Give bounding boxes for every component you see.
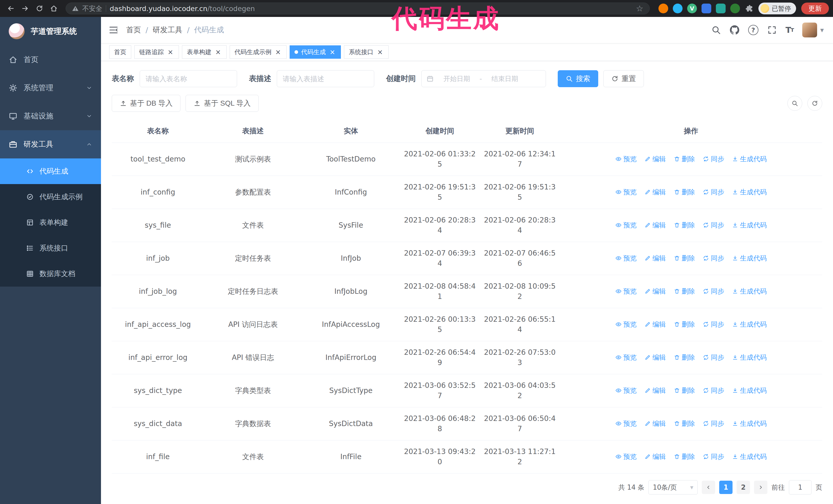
date-range-picker[interactable]: - (421, 70, 546, 87)
close-icon[interactable]: × (329, 48, 336, 56)
edit-link[interactable]: 编辑 (645, 253, 666, 263)
sync-link[interactable]: 同步 (703, 187, 724, 197)
start-date-input[interactable] (436, 75, 477, 82)
sidebar-toggle-icon[interactable] (101, 17, 126, 43)
preview-link[interactable]: 预览 (615, 352, 637, 362)
grid-extension-icon[interactable] (701, 4, 711, 13)
import-db-button[interactable]: 基于 DB 导入 (112, 95, 181, 112)
prev-page-button[interactable] (702, 481, 715, 494)
preview-link[interactable]: 预览 (615, 187, 637, 197)
close-icon[interactable]: × (275, 48, 282, 56)
refresh-table-icon[interactable] (807, 96, 822, 111)
drop-extension-icon[interactable] (673, 4, 683, 13)
sidebar-item-codegen-example[interactable]: 代码生成示例 (0, 184, 101, 210)
preview-link[interactable]: 预览 (615, 418, 637, 429)
help-icon[interactable]: ? (748, 25, 758, 35)
close-icon[interactable]: × (215, 48, 222, 56)
goto-page-input[interactable] (789, 480, 811, 495)
generate-code-link[interactable]: 生成代码 (732, 418, 767, 429)
sidebar-item-system-api[interactable]: 系统接口 (0, 235, 101, 261)
sidebar-item-codegen[interactable]: 代码生成 (0, 159, 101, 184)
edit-link[interactable]: 编辑 (645, 319, 666, 330)
search-button[interactable]: 搜索 (558, 70, 598, 87)
sync-link[interactable]: 同步 (703, 286, 724, 296)
delete-link[interactable]: 删除 (674, 452, 695, 462)
delete-link[interactable]: 删除 (674, 385, 695, 395)
delete-link[interactable]: 删除 (674, 418, 695, 429)
generate-code-link[interactable]: 生成代码 (732, 452, 767, 462)
breadcrumb-home[interactable]: 首页 (126, 25, 141, 35)
toggle-search-icon[interactable] (787, 96, 802, 111)
url-bar[interactable]: 不安全 dashboard.yudao.iocoder.cn/tool/code… (66, 3, 650, 14)
delete-link[interactable]: 删除 (674, 220, 695, 230)
puzzle-extensions-icon[interactable] (744, 4, 754, 13)
edit-link[interactable]: 编辑 (645, 418, 666, 429)
generate-code-link[interactable]: 生成代码 (732, 154, 767, 164)
delete-link[interactable]: 删除 (674, 154, 695, 164)
page-button-1[interactable]: 1 (719, 481, 733, 494)
leaf-extension-icon[interactable] (730, 4, 740, 13)
preview-link[interactable]: 预览 (615, 286, 637, 296)
tab-system-api[interactable]: 系统接口 × (344, 45, 388, 59)
sync-link[interactable]: 同步 (703, 220, 724, 230)
preview-link[interactable]: 预览 (615, 319, 637, 330)
page-size-select[interactable]: 10条/页 ▼ (648, 480, 698, 495)
generate-code-link[interactable]: 生成代码 (732, 187, 767, 197)
close-icon[interactable]: × (377, 48, 384, 56)
generate-code-link[interactable]: 生成代码 (732, 220, 767, 230)
delete-link[interactable]: 删除 (674, 286, 695, 296)
preview-link[interactable]: 预览 (615, 154, 637, 164)
font-size-icon[interactable]: TT (786, 25, 793, 35)
tab-tracing[interactable]: 链路追踪 × (134, 45, 179, 59)
vue-devtools-extension-icon[interactable]: V (687, 4, 697, 13)
sidebar-item-devtools[interactable]: 研发工具 (0, 130, 101, 159)
search-icon[interactable] (711, 25, 721, 35)
back-icon[interactable] (4, 2, 18, 15)
sidebar-item-form-builder[interactable]: 表单构建 (0, 210, 101, 235)
edit-link[interactable]: 编辑 (645, 385, 666, 395)
tab-codegen-example[interactable]: 代码生成示例 × (230, 45, 287, 59)
sync-link[interactable]: 同步 (703, 452, 724, 462)
delete-link[interactable]: 删除 (674, 319, 695, 330)
edit-link[interactable]: 编辑 (645, 154, 666, 164)
edit-link[interactable]: 编辑 (645, 187, 666, 197)
preview-link[interactable]: 预览 (615, 385, 637, 395)
generate-code-link[interactable]: 生成代码 (732, 385, 767, 395)
tab-form-builder[interactable]: 表单构建 × (182, 45, 227, 59)
table-desc-input[interactable] (277, 70, 374, 87)
forward-icon[interactable] (19, 2, 32, 15)
sidebar-item-system[interactable]: 系统管理 (0, 74, 101, 102)
sync-link[interactable]: 同步 (703, 319, 724, 330)
user-menu[interactable]: ▼ (802, 23, 824, 38)
edit-link[interactable]: 编辑 (645, 286, 666, 296)
breadcrumb-devtools[interactable]: 研发工具 (153, 25, 183, 35)
sidebar-item-infra[interactable]: 基础设施 (0, 102, 101, 130)
sync-link[interactable]: 同步 (703, 418, 724, 429)
table-name-input[interactable] (140, 70, 237, 87)
next-page-button[interactable] (754, 481, 767, 494)
generate-code-link[interactable]: 生成代码 (732, 352, 767, 362)
browser-update-button[interactable]: 更新 (801, 3, 829, 14)
edit-link[interactable]: 编辑 (645, 452, 666, 462)
sync-link[interactable]: 同步 (703, 352, 724, 362)
profile-paused-chip[interactable]: 已暂停 (758, 3, 796, 14)
tab-codegen[interactable]: 代码生成 × (290, 45, 341, 59)
import-sql-button[interactable]: 基于 SQL 导入 (186, 95, 259, 112)
github-icon[interactable] (730, 25, 739, 35)
capture-extension-icon[interactable] (716, 4, 725, 13)
end-date-input[interactable] (484, 75, 525, 82)
delete-link[interactable]: 删除 (674, 253, 695, 263)
delete-link[interactable]: 删除 (674, 352, 695, 362)
sync-link[interactable]: 同步 (703, 385, 724, 395)
generate-code-link[interactable]: 生成代码 (732, 253, 767, 263)
reload-icon[interactable] (33, 2, 46, 15)
preview-link[interactable]: 预览 (615, 253, 637, 263)
generate-code-link[interactable]: 生成代码 (732, 286, 767, 296)
sync-link[interactable]: 同步 (703, 154, 724, 164)
tab-home[interactable]: 首页 (109, 45, 131, 59)
sync-link[interactable]: 同步 (703, 253, 724, 263)
bookmark-star-icon[interactable]: ☆ (636, 4, 643, 13)
preview-link[interactable]: 预览 (615, 220, 637, 230)
close-icon[interactable]: × (167, 48, 174, 56)
page-button-2[interactable]: 2 (737, 481, 750, 494)
